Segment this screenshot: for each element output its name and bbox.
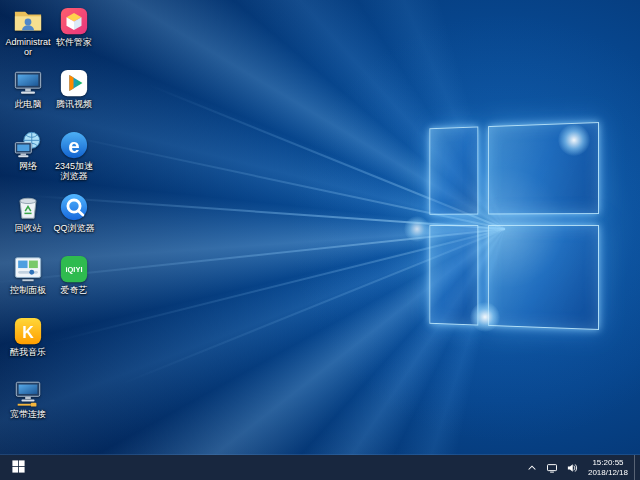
desktop-icon-broadband[interactable]: 宽带连接 <box>5 378 51 440</box>
desktop-icon-tencent-video[interactable]: 腾讯视频 <box>51 68 97 130</box>
desktop-icon-label: 腾讯视频 <box>56 99 92 109</box>
user-folder-icon <box>13 6 43 36</box>
browser-2345-icon: e <box>59 130 89 160</box>
recycle-bin-icon <box>13 192 43 222</box>
desktop-icon-label: Administrator <box>5 37 51 58</box>
chevron-up-icon <box>526 462 538 474</box>
windows-logo-icon <box>12 459 25 477</box>
desktop-icon-label: 网络 <box>19 161 37 171</box>
clock-date: 2018/12/18 <box>588 468 628 478</box>
desktop-icon-recycle-bin[interactable]: 回收站 <box>5 192 51 254</box>
wallpaper-glow-spot <box>558 124 590 156</box>
desktop-icon-this-pc[interactable]: 此电脑 <box>5 68 51 130</box>
desktop-icon-kuwo-music[interactable]: K 酷我音乐 <box>5 316 51 378</box>
desktop-icon-label: 酷我音乐 <box>10 347 46 357</box>
computer-icon <box>13 68 43 98</box>
desktop-icon-label: 宽带连接 <box>10 409 46 419</box>
desktop-icon-iqiyi[interactable]: iQIYI 爱奇艺 <box>51 254 97 316</box>
svg-text:e: e <box>68 134 79 157</box>
kuwo-music-icon: K <box>13 316 43 346</box>
desktop-icon-label: 回收站 <box>15 223 42 233</box>
wallpaper-glow-spot <box>404 216 430 242</box>
desktop-icon-label: 控制面板 <box>10 285 46 295</box>
desktop-icon-label: 此电脑 <box>15 99 42 109</box>
taskbar-clock[interactable]: 15:20:55 2018/12/18 <box>582 458 634 478</box>
clock-time: 15:20:55 <box>588 458 628 468</box>
desktop-icon-2345-browser[interactable]: e 2345加速浏览器 <box>51 130 97 192</box>
desktop-icon-label: 爱奇艺 <box>61 285 88 295</box>
network-status-icon <box>546 462 558 474</box>
desktop-icon-grid: Administrator 此电脑 网络 回收站 控制面板 <box>5 6 97 440</box>
windows-logo-pane <box>429 126 478 214</box>
desktop-icon-administrator[interactable]: Administrator <box>5 6 51 68</box>
software-manager-icon <box>59 6 89 36</box>
system-tray: 15:20:55 2018/12/18 <box>522 455 640 480</box>
svg-text:iQIYI: iQIYI <box>65 265 82 274</box>
desktop-icon-label: QQ浏览器 <box>53 223 94 233</box>
tray-network-button[interactable] <box>542 455 562 480</box>
desktop-icon-label: 软件管家 <box>56 37 92 47</box>
volume-icon <box>566 462 578 474</box>
hidden-icons-button[interactable] <box>522 455 542 480</box>
screen: Administrator 此电脑 网络 回收站 控制面板 <box>0 0 640 480</box>
network-icon <box>13 130 43 160</box>
tencent-video-icon <box>59 68 89 98</box>
show-desktop-button[interactable] <box>634 455 640 480</box>
desktop-icon-qq-browser[interactable]: QQ浏览器 <box>51 192 97 254</box>
svg-text:K: K <box>22 324 34 341</box>
desktop-icon-software-manager[interactable]: 软件管家 <box>51 6 97 68</box>
desktop-icon-network[interactable]: 网络 <box>5 130 51 192</box>
wallpaper-glow-spot <box>470 302 500 332</box>
start-button[interactable] <box>0 455 36 480</box>
qq-browser-icon <box>59 192 89 222</box>
desktop-icon-label: 2345加速浏览器 <box>51 161 97 182</box>
iqiyi-icon: iQIYI <box>59 254 89 284</box>
windows-logo-pane <box>488 225 599 330</box>
control-panel-icon <box>13 254 43 284</box>
broadband-connection-icon <box>13 378 43 408</box>
taskbar: 15:20:55 2018/12/18 <box>0 455 640 480</box>
tray-volume-button[interactable] <box>562 455 582 480</box>
desktop-icon-control-panel[interactable]: 控制面板 <box>5 254 51 316</box>
